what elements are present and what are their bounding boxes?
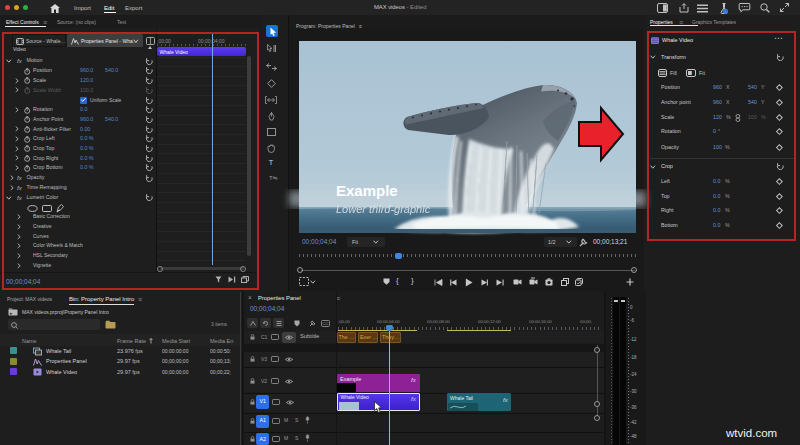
svg-text:CC: CC [322, 321, 328, 326]
svg-text:Example: Example [336, 182, 398, 199]
svg-text:Lower third-graphic: Lower third-graphic [336, 203, 431, 215]
